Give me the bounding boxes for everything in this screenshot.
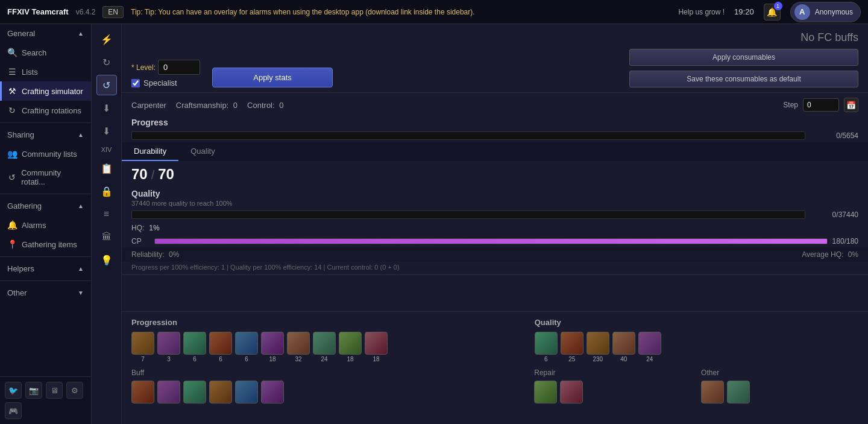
buff-icon[interactable]	[701, 381, 724, 403]
specialist-row: Specialist	[131, 78, 200, 87]
sidebar-item-search[interactable]: 🔍 Search	[0, 43, 91, 62]
action-item[interactable]: 230	[587, 332, 609, 362]
sidebar-item-community-lists[interactable]: 👥 Community lists	[0, 144, 91, 163]
apply-consumables-button[interactable]: Apply consumables	[629, 49, 858, 66]
sidebar-group-helpers[interactable]: Helpers ▲	[0, 259, 91, 278]
buff-icon[interactable]	[131, 381, 154, 403]
stats-header: Carpenter Craftsmanship: 0 Control: 0 St…	[122, 93, 868, 115]
sidebar-item-crafting-rotations[interactable]: ↻ Crafting rotations	[0, 101, 91, 120]
footer-camera-icon[interactable]: 📷	[25, 382, 42, 399]
action-number: 6	[193, 356, 197, 362]
sidebar-item-search-label: Search	[22, 48, 46, 57]
action-item[interactable]: 24	[313, 332, 336, 362]
step-section: Step 📅	[783, 98, 858, 112]
sidebar-item-community-rotations[interactable]: ↺ Community rotati...	[0, 163, 91, 191]
hq-value: 1%	[149, 224, 159, 232]
buff-icon[interactable]	[235, 381, 258, 403]
buffs-section: No FC buffs Apply consumables Save these…	[629, 29, 858, 87]
toolbar-btn-10[interactable]: 💡	[96, 250, 117, 270]
sidebar-group-general[interactable]: General ▲	[0, 24, 91, 43]
action-item[interactable]: 3	[157, 332, 180, 362]
step-calendar-icon[interactable]: 📅	[844, 98, 858, 112]
action-item[interactable]: 18	[261, 332, 284, 362]
footer-github-icon[interactable]: ⚙	[66, 382, 83, 399]
other-subsection: Other	[701, 369, 858, 403]
toolbar-btn-9[interactable]: 🏛	[96, 227, 117, 247]
action-icon	[287, 332, 310, 355]
toolbar-btn-5[interactable]: ⬇	[96, 121, 117, 141]
sidebar-item-gathering-items[interactable]: 📍 Gathering items	[0, 235, 91, 254]
action-number: 6	[245, 356, 248, 362]
sidebar-group-gathering[interactable]: Gathering ▲	[0, 197, 91, 215]
buff-icon[interactable]	[560, 381, 583, 403]
action-icon	[561, 332, 583, 355]
action-item[interactable]: 18	[339, 332, 362, 362]
list-icon: ☰	[7, 67, 17, 77]
user-avatar: A	[794, 4, 810, 20]
sidebar-item-crafting-simulator[interactable]: ⚒ Crafting simulator	[0, 81, 91, 101]
toolbar-btn-8[interactable]: ≡	[96, 204, 117, 224]
buff-icon[interactable]	[534, 381, 557, 403]
action-icon	[235, 332, 258, 355]
sidebar-item-alarms[interactable]: 🔔 Alarms	[0, 215, 91, 235]
action-number: 7	[141, 356, 145, 362]
progression-column: Progression 736661832241818	[131, 318, 520, 362]
lang-selector[interactable]: EN	[102, 6, 124, 18]
action-item[interactable]: 7	[131, 332, 154, 362]
action-item[interactable]: 6	[209, 332, 232, 362]
buff-icon[interactable]	[209, 381, 232, 403]
action-item[interactable]: 25	[561, 332, 583, 362]
notifications-button[interactable]: 🔔 1	[764, 4, 781, 21]
toolbar-btn-4[interactable]: ⬇	[96, 98, 117, 118]
quality-column: Quality 6252304024	[535, 318, 858, 362]
search-icon: 🔍	[7, 48, 17, 57]
sidebar-group-sharing[interactable]: Sharing ▲	[0, 125, 91, 144]
toolbar-btn-7[interactable]: 🔒	[96, 181, 117, 201]
footer-patreon-icon[interactable]: 🎮	[5, 402, 22, 419]
tab-quality[interactable]: Quality	[178, 142, 227, 161]
other-label: Other	[701, 369, 858, 377]
sidebar-item-lists-label: Lists	[22, 68, 38, 77]
footer-twitter-icon[interactable]: 🐦	[5, 382, 22, 399]
specialist-checkbox[interactable]	[131, 79, 140, 87]
buff-icon[interactable]	[183, 381, 206, 403]
action-item[interactable]: 6	[235, 332, 258, 362]
apply-stats-button[interactable]: Apply stats	[212, 68, 333, 87]
help-link[interactable]: Help us grow !	[678, 8, 725, 16]
step-label: Step	[783, 101, 798, 109]
action-number: 40	[620, 356, 627, 362]
app-version: v6.4.2	[76, 8, 96, 16]
action-item[interactable]: 6	[535, 332, 558, 362]
sidebar-group-other[interactable]: Other ▼	[0, 283, 91, 302]
user-menu[interactable]: A Anonymous	[790, 2, 861, 22]
specialist-label: Specialist	[143, 78, 177, 87]
progress-bar-outer	[131, 131, 805, 140]
sidebar-item-lists[interactable]: ☰ Lists	[0, 62, 91, 81]
buff-icon[interactable]	[727, 381, 750, 403]
action-number: 24	[321, 356, 327, 362]
footer-desktop-icon[interactable]: 🖥	[46, 382, 63, 399]
sidebar-item-community-lists-label: Community lists	[22, 150, 77, 159]
level-input[interactable]	[158, 60, 200, 75]
toolbar-btn-6[interactable]: 📋	[96, 158, 117, 179]
quality-actions: 6252304024	[535, 332, 858, 362]
tab-durability[interactable]: Durability	[122, 142, 178, 161]
save-default-button[interactable]: Save these consumables as default	[629, 71, 858, 87]
toolbar-btn-1[interactable]: ⚡	[96, 29, 117, 49]
action-item[interactable]: 6	[183, 332, 206, 362]
toolbar-btn-2[interactable]: ↻	[96, 52, 117, 72]
notification-badge: 1	[774, 2, 782, 10]
action-item[interactable]: 32	[287, 332, 310, 362]
step-input[interactable]	[803, 98, 839, 112]
action-item[interactable]: 40	[612, 332, 635, 362]
action-item[interactable]: 18	[365, 332, 388, 362]
action-number: 6	[544, 356, 548, 362]
rotation-icon: ↻	[7, 106, 17, 115]
repair-subsection: Repair	[534, 369, 691, 403]
buff-icon[interactable]	[261, 381, 284, 403]
buff-icon[interactable]	[157, 381, 180, 403]
toolbar-btn-3[interactable]: ↺	[96, 75, 117, 95]
clock: 19:20	[734, 7, 754, 16]
topbar-right: Help us grow ! 19:20 🔔 1 A Anonymous	[678, 2, 861, 22]
action-item[interactable]: 24	[638, 332, 661, 362]
